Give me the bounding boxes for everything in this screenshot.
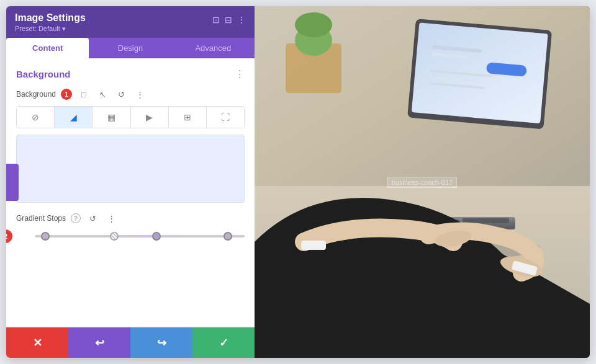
gradient-reset-icon[interactable]: ↺ [86,211,99,225]
redo-icon: ↪ [157,336,166,350]
slider-thumb-left[interactable] [41,232,50,241]
type-color[interactable]: ◢ [55,107,93,128]
type-video[interactable]: ▶ [131,107,169,128]
panel-header: Image Settings Preset: Default ▾ ⊡ ⊟ ⋮ [6,6,255,38]
gradient-more-icon[interactable]: ⋮ [104,211,118,225]
slider-thumb-mid-left[interactable] [110,232,119,241]
background-section-header: Background ⋮ [16,68,245,80]
type-pattern[interactable]: ⊞ [169,107,207,128]
gradient-slider-track [35,235,245,237]
slider-thumb-right[interactable] [224,232,232,241]
gradient-stops-header: Gradient Stops ? ↺ ⋮ [16,211,245,225]
left-panel: Image Settings Preset: Default ▾ ⊡ ⊟ ⋮ C… [6,6,255,358]
bg-label: Background [16,90,56,99]
section-more-icon[interactable]: ⋮ [235,68,245,80]
phone-icon[interactable]: □ [77,87,91,101]
cancel-button[interactable]: ✕ [6,327,68,358]
gradient-stops-label: Gradient Stops [16,214,66,223]
photo-watermark: business-coach-017 [387,177,457,188]
type-image[interactable]: ⛶ [207,107,244,128]
right-panel: business-coach-017 [255,6,590,358]
badge-2: 2 [6,229,12,243]
reset-icon[interactable]: ↺ [114,87,128,101]
tab-content[interactable]: Content [6,38,89,58]
cursor-icon[interactable]: ↖ [96,87,109,101]
panel-header-icons: ⊡ ⊟ ⋮ [212,15,246,25]
tabs-row: Content Design Advanced [6,38,255,58]
left-edge-bar [6,164,19,201]
responsive-icon[interactable]: ⊡ [212,15,220,25]
redo-button[interactable]: ↪ [130,327,192,358]
type-icons-row: ⊘ ◢ ▦ ▶ ⊞ ⛶ [16,106,245,128]
bottom-bar: ✕ ↩ ↪ ✓ [6,327,255,358]
background-row: Background 1 □ ↖ ↺ ⋮ [16,87,245,101]
dots-icon[interactable]: ⋮ [133,87,147,101]
svg-point-5 [295,12,332,37]
section-title: Background [16,69,71,79]
slider-thumb-mid[interactable] [152,232,161,241]
confirm-icon: ✓ [219,336,228,350]
gradient-preview [16,135,245,203]
help-icon[interactable]: ? [71,213,81,223]
svg-rect-7 [412,23,548,124]
gradient-slider-row[interactable] [35,230,245,242]
badge-1: 1 [61,89,72,100]
gradient-slider-container: 2 [16,230,245,242]
undo-icon: ↩ [95,336,104,350]
panel-preset[interactable]: Preset: Default ▾ [15,25,86,33]
panel-header-left: Image Settings Preset: Default ▾ [15,12,86,33]
split-icon[interactable]: ⊟ [225,15,232,25]
undo-button[interactable]: ↩ [68,327,130,358]
tab-advanced[interactable]: Advanced [172,38,255,58]
type-none[interactable]: ⊘ [17,107,55,128]
type-gradient[interactable]: ▦ [93,107,130,128]
main-container: Image Settings Preset: Default ▾ ⊡ ⊟ ⋮ C… [6,6,590,358]
more-header-icon[interactable]: ⋮ [237,15,246,25]
tab-design[interactable]: Design [89,38,171,58]
cancel-icon: ✕ [33,336,42,350]
svg-rect-17 [463,218,509,223]
panel-body: Background ⋮ Background 1 □ ↖ ↺ ⋮ ⊘ ◢ ▦ … [6,58,255,327]
confirm-button[interactable]: ✓ [192,327,255,358]
panel-title: Image Settings [15,12,86,24]
svg-rect-20 [301,241,326,250]
